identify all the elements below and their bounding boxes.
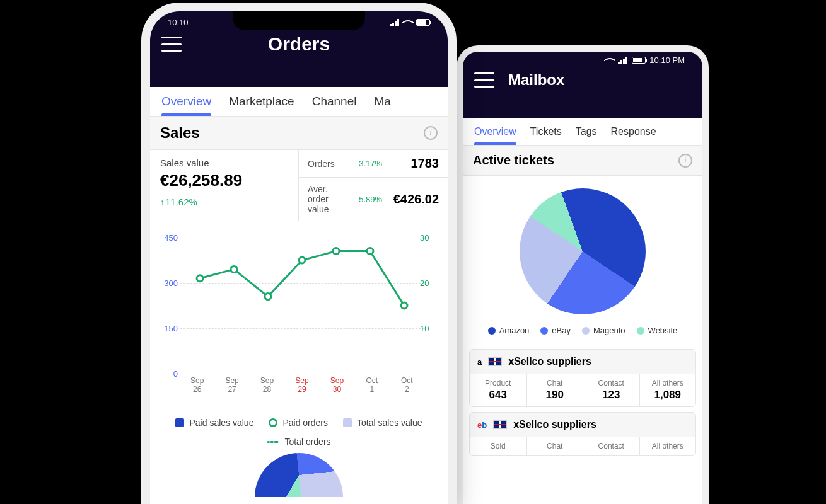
card-title: xSellco suppliers (508, 356, 591, 367)
kpi-value: 1783 (388, 156, 439, 171)
card-header: a xSellco suppliers (470, 350, 695, 374)
legend-total-sales: Total sales value (343, 418, 422, 428)
signal-icon (390, 19, 400, 26)
card-metrics: Product643 Chat190 Contact123 All others… (470, 374, 695, 406)
card-metrics: Sold Chat Contact All others (470, 437, 695, 455)
kpi-delta: 11.62% (160, 197, 288, 207)
info-icon[interactable]: i (424, 126, 438, 140)
card-header: eb xSellco suppliers (470, 413, 695, 437)
uk-flag-icon (488, 357, 502, 366)
wifi-icon (402, 16, 414, 29)
kpi-label: Orders (308, 159, 347, 169)
menu-icon[interactable] (161, 37, 182, 52)
orders-phone: 10:10 Orders Overview Marketplace Channe… (141, 3, 457, 504)
kpi-grid: Sales value €26,258.89 11.62% Orders 3.1… (150, 150, 448, 221)
wifi-icon (603, 54, 616, 67)
metric-contact: Contact123 (583, 374, 639, 406)
metric-product: Product643 (470, 374, 526, 406)
battery-icon (416, 19, 430, 26)
status-time: 10:10 (168, 18, 189, 27)
section-title: Active tickets (473, 153, 554, 168)
kpi-delta: 5.89% (354, 195, 382, 204)
kpi-value: €26,258.89 (160, 171, 288, 190)
kpi-orders: Orders 3.17% 1783 (299, 150, 448, 177)
active-tickets-header: Active tickets i (463, 146, 702, 176)
kpi-sales-value: Sales value €26,258.89 11.62% (150, 150, 299, 220)
tickets-pie-chart (463, 176, 702, 321)
kpi-label: Aver. order value (308, 184, 347, 214)
legend-website: Website (637, 326, 678, 335)
tab-marketplace[interactable]: Marketplace (229, 94, 294, 116)
legend-ebay: eBay (540, 326, 571, 335)
battery-icon (632, 57, 646, 64)
mailbox-tabs: Overview Tickets Tags Response (463, 118, 702, 146)
metric-sold: Sold (470, 437, 526, 455)
next-chart-teaser (255, 453, 343, 497)
supplier-card-ebay[interactable]: eb xSellco suppliers Sold Chat Contact A… (469, 412, 696, 456)
sales-chart: 0150300450102030Sep 26Sep 27Sep 28Sep 29… (150, 221, 448, 501)
legend-total-orders: Total orders (267, 437, 330, 447)
metric-chat: Chat (526, 437, 583, 455)
notch (233, 11, 365, 30)
legend-paid-sales: Paid sales value (175, 418, 253, 428)
orders-tabs: Overview Marketplace Channel Ma (150, 87, 448, 117)
section-title: Sales (160, 124, 200, 142)
metric-others: All others1,089 (639, 374, 696, 406)
tab-more[interactable]: Ma (374, 94, 390, 116)
chart-legend: Paid sales value Paid orders Total sales… (156, 387, 441, 453)
mailbox-phone: 10:10 PM Mailbox Overview Tickets Tags R… (457, 45, 709, 504)
legend-amazon: Amazon (488, 326, 530, 335)
kpi-value: €426.02 (388, 192, 439, 207)
tab-tickets[interactable]: Tickets (530, 126, 562, 145)
info-icon[interactable]: i (678, 154, 692, 168)
kpi-label: Sales value (160, 158, 288, 168)
card-title: xSellco suppliers (513, 419, 596, 430)
metric-chat: Chat190 (526, 374, 583, 406)
app-header: 10:10 PM Mailbox (463, 52, 702, 118)
supplier-card-amazon[interactable]: a xSellco suppliers Product643 Chat190 C… (469, 349, 696, 407)
ebay-logo-icon: eb (477, 420, 487, 430)
metric-others: All others (639, 437, 696, 455)
tab-channel[interactable]: Channel (312, 94, 357, 116)
tab-tags[interactable]: Tags (576, 126, 597, 145)
amazon-logo-icon: a (477, 357, 482, 367)
sales-section-header: Sales i (150, 117, 448, 150)
tab-response[interactable]: Response (611, 126, 656, 145)
menu-icon[interactable] (474, 72, 494, 88)
page-title: Mailbox (502, 71, 691, 89)
pie-legend: Amazon eBay Magento Website (463, 321, 702, 344)
tab-overview[interactable]: Overview (161, 94, 211, 116)
uk-flag-icon (493, 420, 507, 429)
status-time: 10:10 PM (649, 55, 685, 65)
status-bar: 10:10 PM (463, 52, 702, 65)
legend-magento: Magento (582, 326, 625, 335)
page-title: Orders (189, 33, 409, 55)
signal-icon (618, 57, 628, 64)
metric-contact: Contact (583, 437, 639, 455)
kpi-delta: 3.17% (354, 159, 382, 168)
legend-paid-orders: Paid orders (269, 418, 328, 428)
kpi-aov: Aver. order value 5.89% €426.02 (299, 177, 448, 220)
tab-overview[interactable]: Overview (474, 126, 516, 145)
